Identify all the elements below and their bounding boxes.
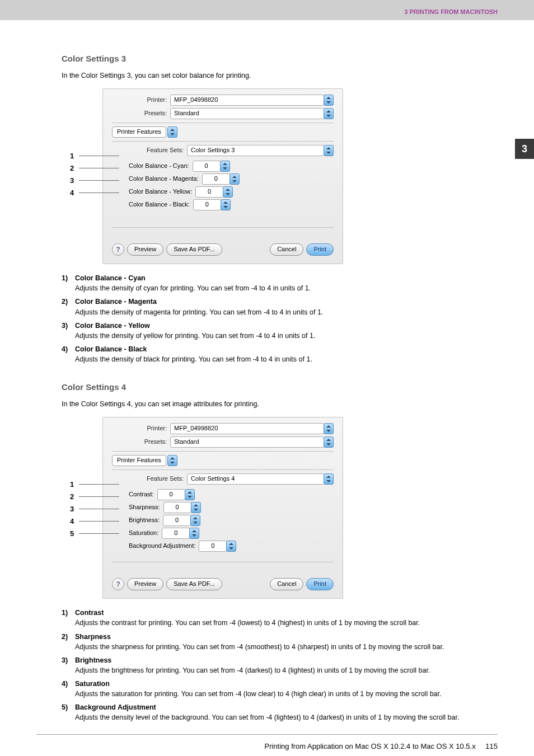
presets-select[interactable]: Standard: [170, 436, 324, 448]
sharpness-value[interactable]: 0: [163, 502, 191, 513]
page-number: 115: [485, 741, 498, 752]
cyan-label: Color Balance - Cyan:: [129, 162, 189, 171]
help-button[interactable]: ?: [112, 578, 124, 590]
save-as-pdf-button[interactable]: Save As PDF...: [166, 578, 222, 590]
print-dialog-1: Printer: MFP_04998820 Presets: Standard …: [102, 88, 343, 264]
presets-select[interactable]: Standard: [170, 108, 324, 119]
item-desc: Adjusts the density of yellow for printi…: [75, 332, 315, 340]
section1-callouts: 1 2 3 4: [70, 88, 102, 264]
featuresets-stepper-icon[interactable]: [324, 145, 334, 156]
magenta-label: Color Balance - Magenta:: [129, 175, 199, 184]
item-desc: Adjusts the saturation for printing. You…: [75, 690, 442, 698]
item-title: Sharpness: [75, 632, 444, 642]
printer-stepper-icon[interactable]: [324, 423, 334, 434]
print-button[interactable]: Print: [306, 578, 334, 590]
featuresets-select[interactable]: Color Settings 3: [187, 145, 324, 156]
printer-stepper-icon[interactable]: [324, 95, 334, 106]
cyan-value[interactable]: 0: [193, 161, 221, 172]
featuresets-stepper-icon[interactable]: [324, 473, 334, 485]
bgadj-label: Background Adjustment:: [129, 542, 195, 551]
brightness-value[interactable]: 0: [163, 515, 191, 526]
contrast-value[interactable]: 0: [157, 489, 185, 500]
item-title: Contrast: [75, 608, 420, 618]
featuresets-label: Feature Sets:: [147, 146, 184, 155]
printer-label: Printer:: [112, 424, 170, 433]
item-title: Brightness: [75, 655, 430, 665]
presets-label: Presets:: [112, 109, 170, 118]
saturation-stepper-icon[interactable]: [189, 528, 199, 539]
section2-callouts: 1 2 3 4 5: [70, 417, 102, 599]
yellow-stepper-icon[interactable]: [223, 186, 233, 198]
section2-title: Color Settings 4: [62, 381, 498, 393]
section2-intro: In the Color Settings 4, you can set ima…: [62, 399, 498, 409]
printer-select[interactable]: MFP_04998820: [170, 95, 324, 106]
item-title: Color Balance - Cyan: [75, 273, 311, 283]
item-desc: Adjusts the brightness for printing. You…: [75, 666, 430, 674]
black-stepper-icon[interactable]: [221, 199, 231, 210]
presets-stepper-icon[interactable]: [324, 108, 334, 119]
magenta-stepper-icon[interactable]: [229, 173, 240, 185]
callout-5: 5: [70, 529, 74, 539]
sharpness-stepper-icon[interactable]: [191, 502, 201, 513]
section1-description-list: 1)Color Balance - CyanAdjusts the densit…: [62, 273, 498, 364]
item-desc: Adjusts the density of cyan for printing…: [75, 284, 311, 292]
featuresets-select[interactable]: Color Settings 4: [187, 473, 324, 485]
presets-label: Presets:: [112, 438, 170, 447]
callout-3: 3: [70, 504, 74, 515]
contrast-label: Contrast:: [129, 490, 154, 499]
callout-4: 4: [70, 188, 74, 199]
save-as-pdf-button[interactable]: Save As PDF...: [166, 243, 222, 256]
item-desc: Adjusts the density level of the backgro…: [75, 713, 459, 721]
printer-features-tab[interactable]: Printer Features: [112, 126, 166, 138]
sharpness-label: Sharpness:: [129, 503, 160, 512]
printer-select[interactable]: MFP_04998820: [170, 423, 324, 434]
page-footer: Printing from Application on Mac OS X 10…: [36, 734, 498, 752]
callout-2: 2: [70, 163, 74, 174]
cancel-button[interactable]: Cancel: [270, 243, 303, 256]
saturation-label: Saturation:: [129, 529, 158, 538]
print-button[interactable]: Print: [306, 243, 334, 256]
brightness-label: Brightness:: [129, 516, 160, 525]
print-dialog-2: Printer: MFP_04998820 Presets: Standard …: [102, 417, 343, 599]
item-desc: Adjusts the density of magenta for print…: [75, 308, 323, 316]
item-title: Color Balance - Black: [75, 344, 312, 354]
item-title: Background Adjustment: [75, 702, 459, 712]
contrast-stepper-icon[interactable]: [185, 489, 195, 500]
brightness-stepper-icon[interactable]: [190, 515, 200, 526]
help-button[interactable]: ?: [112, 243, 124, 256]
section-header: 3 PRINTING FROM MACINTOSH: [36, 0, 498, 25]
callout-3: 3: [70, 176, 74, 186]
section1-title: Color Settings 3: [62, 53, 498, 65]
item-desc: Adjusts the density of black for printin…: [75, 355, 312, 363]
bgadj-value[interactable]: 0: [199, 541, 227, 552]
yellow-label: Color Balance - Yellow:: [129, 187, 192, 196]
magenta-value[interactable]: 0: [202, 173, 230, 185]
yellow-value[interactable]: 0: [195, 186, 223, 198]
bgadj-stepper-icon[interactable]: [226, 541, 236, 552]
tab-stepper-icon[interactable]: [167, 126, 177, 138]
saturation-value[interactable]: 0: [162, 528, 190, 539]
cyan-stepper-icon[interactable]: [220, 161, 230, 172]
footer-text: Printing from Application on Mac OS X 10…: [264, 742, 475, 750]
section2-description-list: 1)ContrastAdjusts the contrast for print…: [62, 608, 498, 722]
chapter-tab: 3: [515, 139, 534, 159]
black-value[interactable]: 0: [193, 199, 221, 210]
callout-1: 1: [70, 151, 74, 162]
callout-4: 4: [70, 516, 74, 527]
item-title: Saturation: [75, 679, 442, 689]
black-label: Color Balance - Black:: [129, 200, 190, 209]
item-desc: Adjusts the contrast for printing. You c…: [75, 619, 420, 627]
preview-button[interactable]: Preview: [127, 578, 163, 590]
presets-stepper-icon[interactable]: [324, 436, 334, 448]
callout-2: 2: [70, 492, 74, 503]
cancel-button[interactable]: Cancel: [270, 578, 303, 590]
callout-1: 1: [70, 480, 74, 490]
printer-features-tab[interactable]: Printer Features: [112, 455, 166, 466]
tab-stepper-icon[interactable]: [167, 455, 177, 466]
section1-intro: In the Color Settings 3, you can set col…: [62, 71, 498, 81]
item-title: Color Balance - Yellow: [75, 321, 315, 331]
item-desc: Adjusts the sharpness for printing. You …: [75, 643, 444, 651]
item-title: Color Balance - Magenta: [75, 297, 323, 307]
featuresets-label: Feature Sets:: [147, 475, 184, 483]
preview-button[interactable]: Preview: [127, 243, 163, 256]
